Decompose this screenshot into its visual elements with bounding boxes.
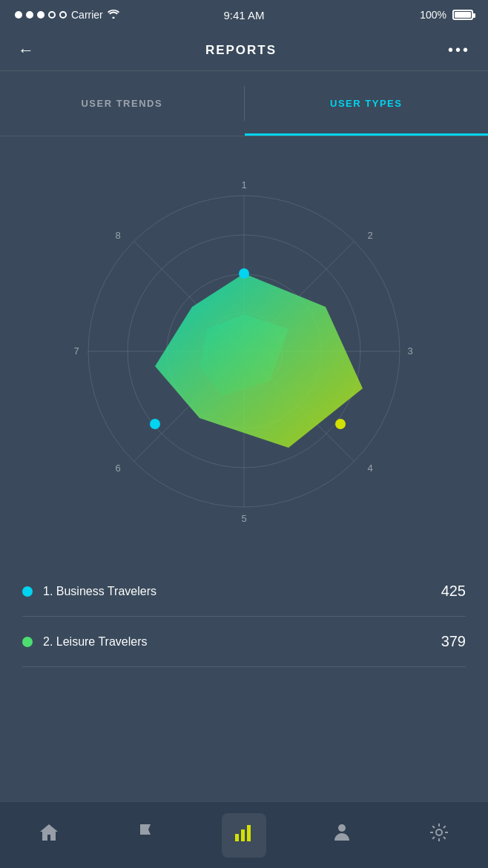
page-title: REPORTS — [205, 43, 277, 58]
legend-item-1: 1. Business Travelers 425 — [22, 566, 466, 617]
battery-area: 100% — [420, 9, 473, 21]
axis-label-1: 1 — [241, 179, 246, 191]
battery-percent: 100% — [420, 9, 446, 21]
data-point-1 — [239, 268, 249, 279]
status-time: 9:41 AM — [223, 9, 264, 21]
chart-icon — [234, 824, 254, 847]
chart-legend: 1. Business Travelers 425 2. Leisure Tra… — [0, 566, 488, 667]
bottom-tab-person[interactable] — [320, 813, 364, 858]
axis-label-4: 4 — [367, 463, 372, 474]
legend-dot-1 — [22, 586, 33, 597]
bottom-tab-bar — [0, 801, 488, 868]
tab-trends-label: USER TRENDS — [81, 98, 162, 109]
nav-bar: ← REPORTS ••• — [0, 30, 488, 71]
legend-item-2: 2. Leisure Travelers 379 — [22, 617, 466, 667]
flag-icon — [137, 823, 155, 847]
wifi-icon — [108, 9, 119, 21]
radar-chart: 1 2 3 4 5 6 7 8 — [51, 159, 437, 544]
legend-label-1: 1. Business Travelers — [43, 585, 156, 598]
axis-label-2: 2 — [367, 230, 372, 241]
data-point-4 — [335, 419, 346, 429]
axis-label-7: 7 — [73, 345, 79, 357]
data-point-6 — [150, 419, 160, 429]
axis-label-3: 3 — [407, 345, 412, 357]
back-button[interactable]: ← — [18, 41, 34, 60]
more-button[interactable]: ••• — [448, 42, 470, 59]
axis-label-5: 5 — [241, 513, 246, 524]
radar-series-1 — [155, 274, 363, 448]
svg-point-15 — [338, 824, 346, 832]
svg-rect-14 — [247, 825, 251, 841]
svg-point-16 — [436, 829, 442, 835]
tab-user-types[interactable]: USER TYPES — [245, 71, 489, 136]
settings-icon — [429, 823, 449, 847]
carrier-label: Carrier — [71, 9, 103, 21]
tab-user-trends[interactable]: USER TRENDS — [0, 71, 244, 136]
axis-label-8: 8 — [115, 230, 120, 241]
signal-dots — [15, 11, 67, 19]
legend-value-1: 425 — [441, 583, 466, 600]
svg-rect-12 — [235, 834, 239, 841]
bottom-tab-chart[interactable] — [222, 813, 266, 858]
home-icon — [39, 823, 59, 847]
status-bar: Carrier 9:41 AM 100% — [0, 0, 488, 30]
tab-bar: USER TRENDS USER TYPES — [0, 71, 488, 136]
person-icon — [334, 823, 350, 847]
axis-label-6: 6 — [115, 463, 120, 474]
legend-value-2: 379 — [441, 633, 466, 650]
bottom-tab-flag[interactable] — [124, 813, 168, 858]
radar-chart-container: 1 2 3 4 5 6 7 8 — [0, 136, 488, 566]
legend-dot-2 — [22, 637, 33, 647]
bottom-tab-settings[interactable] — [417, 813, 461, 858]
legend-label-2: 2. Leisure Travelers — [43, 635, 148, 649]
battery-icon — [452, 10, 473, 20]
svg-rect-13 — [241, 829, 245, 841]
bottom-tab-home[interactable] — [27, 813, 71, 858]
tab-types-label: USER TYPES — [330, 98, 402, 109]
